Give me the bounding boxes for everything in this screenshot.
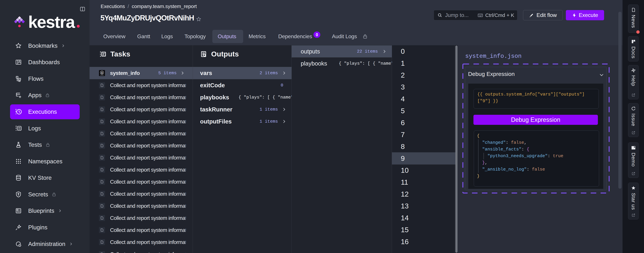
svg-text:A: A <box>101 71 103 74</box>
svg-text:ANSIBLE: ANSIBLE <box>100 75 104 76</box>
